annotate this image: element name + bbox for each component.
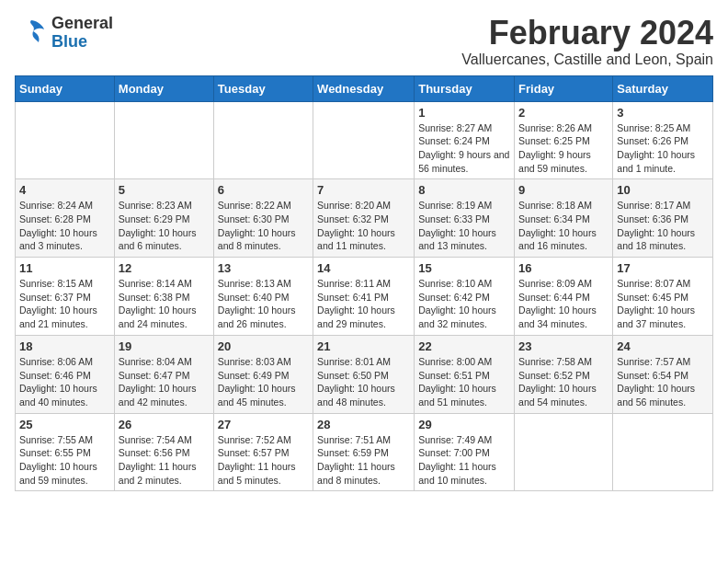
- day-info: Sunrise: 8:07 AM Sunset: 6:45 PM Dayligh…: [617, 277, 709, 331]
- day-info: Sunrise: 8:19 AM Sunset: 6:33 PM Dayligh…: [418, 199, 510, 253]
- day-info: Sunrise: 7:49 AM Sunset: 7:00 PM Dayligh…: [418, 433, 510, 488]
- day-number: 11: [19, 261, 110, 275]
- calendar-cell: 16Sunrise: 8:09 AM Sunset: 6:44 PM Dayli…: [515, 258, 613, 336]
- day-info: Sunrise: 8:11 AM Sunset: 6:41 PM Dayligh…: [317, 277, 410, 331]
- day-number: 20: [218, 339, 309, 353]
- day-info: Sunrise: 7:58 AM Sunset: 6:52 PM Dayligh…: [518, 355, 609, 409]
- calendar-cell: 19Sunrise: 8:04 AM Sunset: 6:47 PM Dayli…: [114, 335, 213, 413]
- weekday-header: Sunday: [16, 75, 115, 101]
- calendar-cell: 18Sunrise: 8:06 AM Sunset: 6:46 PM Dayli…: [16, 335, 115, 413]
- calendar-cell: 8Sunrise: 8:19 AM Sunset: 6:33 PM Daylig…: [415, 179, 515, 258]
- logo-bird-icon: [15, 17, 48, 50]
- day-number: 8: [418, 183, 510, 197]
- weekday-header: Thursday: [415, 75, 515, 101]
- calendar-cell: 6Sunrise: 8:22 AM Sunset: 6:30 PM Daylig…: [213, 179, 313, 258]
- title-block: February 2024 Valluercanes, Castille and…: [461, 15, 713, 68]
- calendar-cell: 1Sunrise: 8:27 AM Sunset: 6:24 PM Daylig…: [415, 101, 515, 179]
- calendar-cell: 22Sunrise: 8:00 AM Sunset: 6:51 PM Dayli…: [415, 335, 515, 413]
- day-number: 22: [418, 339, 510, 353]
- day-number: 4: [19, 183, 110, 197]
- day-number: 6: [218, 183, 309, 197]
- weekday-header: Monday: [114, 75, 213, 101]
- calendar-cell: [515, 413, 613, 491]
- weekday-header: Tuesday: [213, 75, 313, 101]
- day-number: 24: [617, 339, 709, 353]
- calendar-cell: 12Sunrise: 8:14 AM Sunset: 6:38 PM Dayli…: [114, 258, 213, 336]
- calendar-cell: 29Sunrise: 7:49 AM Sunset: 7:00 PM Dayli…: [415, 413, 515, 491]
- day-number: 18: [19, 339, 110, 353]
- day-info: Sunrise: 8:24 AM Sunset: 6:28 PM Dayligh…: [19, 199, 110, 253]
- calendar-week-row: 1Sunrise: 8:27 AM Sunset: 6:24 PM Daylig…: [16, 101, 713, 179]
- calendar-cell: 13Sunrise: 8:13 AM Sunset: 6:40 PM Dayli…: [213, 258, 313, 336]
- calendar-week-row: 11Sunrise: 8:15 AM Sunset: 6:37 PM Dayli…: [16, 258, 713, 336]
- day-number: 15: [418, 261, 510, 275]
- calendar-cell: 9Sunrise: 8:18 AM Sunset: 6:34 PM Daylig…: [515, 179, 613, 258]
- day-info: Sunrise: 8:14 AM Sunset: 6:38 PM Dayligh…: [119, 277, 210, 331]
- day-number: 1: [418, 106, 510, 120]
- day-info: Sunrise: 8:27 AM Sunset: 6:24 PM Dayligh…: [418, 121, 510, 176]
- day-info: Sunrise: 8:18 AM Sunset: 6:34 PM Dayligh…: [518, 199, 609, 253]
- calendar-cell: 28Sunrise: 7:51 AM Sunset: 6:59 PM Dayli…: [313, 413, 415, 491]
- calendar-cell: 17Sunrise: 8:07 AM Sunset: 6:45 PM Dayli…: [613, 258, 713, 336]
- calendar-cell: 7Sunrise: 8:20 AM Sunset: 6:32 PM Daylig…: [313, 179, 415, 258]
- calendar-week-row: 4Sunrise: 8:24 AM Sunset: 6:28 PM Daylig…: [16, 179, 713, 258]
- day-info: Sunrise: 7:55 AM Sunset: 6:55 PM Dayligh…: [19, 433, 110, 488]
- day-info: Sunrise: 8:15 AM Sunset: 6:37 PM Dayligh…: [19, 277, 110, 331]
- location-title: Valluercanes, Castille and Leon, Spain: [461, 52, 713, 68]
- day-number: 25: [19, 418, 110, 431]
- calendar-cell: 24Sunrise: 7:57 AM Sunset: 6:54 PM Dayli…: [613, 335, 713, 413]
- day-info: Sunrise: 8:25 AM Sunset: 6:26 PM Dayligh…: [617, 121, 709, 176]
- calendar-cell: 11Sunrise: 8:15 AM Sunset: 6:37 PM Dayli…: [16, 258, 115, 336]
- weekday-header: Friday: [515, 75, 613, 101]
- day-number: 2: [518, 106, 609, 120]
- day-number: 29: [418, 418, 510, 431]
- calendar-cell: 5Sunrise: 8:23 AM Sunset: 6:29 PM Daylig…: [114, 179, 213, 258]
- calendar-cell: [313, 101, 415, 179]
- day-number: 9: [518, 183, 609, 197]
- calendar-cell: 20Sunrise: 8:03 AM Sunset: 6:49 PM Dayli…: [213, 335, 313, 413]
- day-number: 19: [119, 339, 210, 353]
- calendar-header: SundayMondayTuesdayWednesdayThursdayFrid…: [16, 75, 713, 101]
- day-info: Sunrise: 8:01 AM Sunset: 6:50 PM Dayligh…: [317, 355, 410, 409]
- calendar-cell: 23Sunrise: 7:58 AM Sunset: 6:52 PM Dayli…: [515, 335, 613, 413]
- day-number: 10: [617, 183, 709, 197]
- logo-text: General Blue: [51, 15, 113, 52]
- day-info: Sunrise: 8:09 AM Sunset: 6:44 PM Dayligh…: [518, 277, 609, 331]
- weekday-header: Wednesday: [313, 75, 415, 101]
- calendar-table: SundayMondayTuesdayWednesdayThursdayFrid…: [15, 75, 713, 492]
- day-info: Sunrise: 7:57 AM Sunset: 6:54 PM Dayligh…: [617, 355, 709, 409]
- day-number: 12: [119, 261, 210, 275]
- weekday-header: Saturday: [613, 75, 713, 101]
- day-number: 14: [317, 261, 410, 275]
- day-info: Sunrise: 8:22 AM Sunset: 6:30 PM Dayligh…: [218, 199, 309, 253]
- calendar-cell: [114, 101, 213, 179]
- calendar-cell: [16, 101, 115, 179]
- calendar-cell: 14Sunrise: 8:11 AM Sunset: 6:41 PM Dayli…: [313, 258, 415, 336]
- day-info: Sunrise: 7:54 AM Sunset: 6:56 PM Dayligh…: [119, 433, 210, 488]
- page-header: General Blue February 2024 Valluercanes,…: [15, 15, 713, 68]
- day-info: Sunrise: 8:00 AM Sunset: 6:51 PM Dayligh…: [418, 355, 510, 409]
- calendar-week-row: 18Sunrise: 8:06 AM Sunset: 6:46 PM Dayli…: [16, 335, 713, 413]
- day-info: Sunrise: 8:26 AM Sunset: 6:25 PM Dayligh…: [518, 121, 609, 176]
- day-number: 28: [317, 418, 410, 431]
- calendar-cell: 15Sunrise: 8:10 AM Sunset: 6:42 PM Dayli…: [415, 258, 515, 336]
- day-info: Sunrise: 8:06 AM Sunset: 6:46 PM Dayligh…: [19, 355, 110, 409]
- calendar-cell: [213, 101, 313, 179]
- calendar-week-row: 25Sunrise: 7:55 AM Sunset: 6:55 PM Dayli…: [16, 413, 713, 491]
- calendar-cell: [613, 413, 713, 491]
- day-number: 17: [617, 261, 709, 275]
- day-info: Sunrise: 8:10 AM Sunset: 6:42 PM Dayligh…: [418, 277, 510, 331]
- day-info: Sunrise: 8:17 AM Sunset: 6:36 PM Dayligh…: [617, 199, 709, 253]
- day-number: 16: [518, 261, 609, 275]
- day-info: Sunrise: 7:52 AM Sunset: 6:57 PM Dayligh…: [218, 433, 309, 488]
- calendar-cell: 27Sunrise: 7:52 AM Sunset: 6:57 PM Dayli…: [213, 413, 313, 491]
- day-info: Sunrise: 7:51 AM Sunset: 6:59 PM Dayligh…: [317, 433, 410, 488]
- day-info: Sunrise: 8:23 AM Sunset: 6:29 PM Dayligh…: [119, 199, 210, 253]
- calendar-cell: 21Sunrise: 8:01 AM Sunset: 6:50 PM Dayli…: [313, 335, 415, 413]
- calendar-cell: 2Sunrise: 8:26 AM Sunset: 6:25 PM Daylig…: [515, 101, 613, 179]
- logo: General Blue: [15, 15, 113, 52]
- day-number: 21: [317, 339, 410, 353]
- day-info: Sunrise: 8:13 AM Sunset: 6:40 PM Dayligh…: [218, 277, 309, 331]
- day-number: 27: [218, 418, 309, 431]
- day-number: 5: [119, 183, 210, 197]
